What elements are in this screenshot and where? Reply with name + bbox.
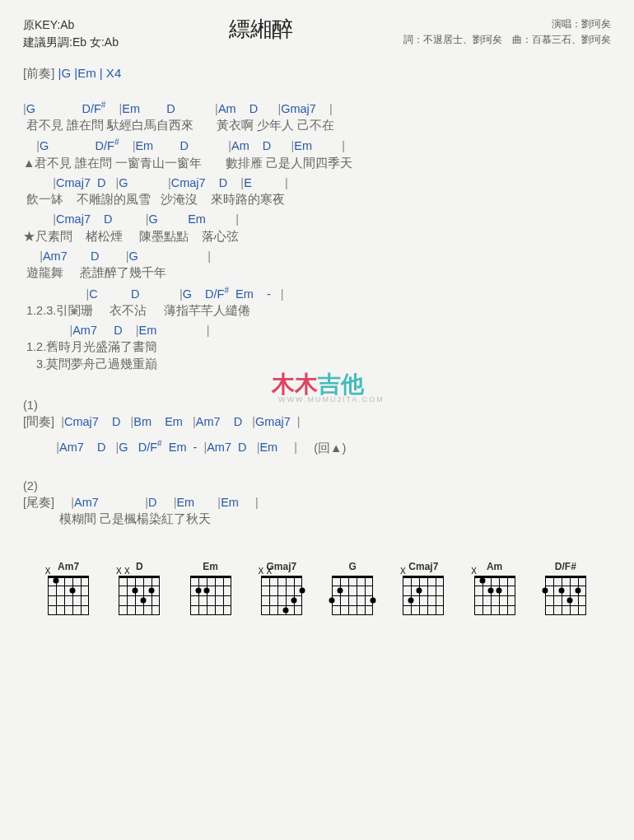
finger-dot: [566, 597, 572, 603]
finger-dot: [195, 587, 201, 593]
finger-dot: [558, 587, 564, 593]
section-1: (1) [間奏] |Cmaj7 D |Bm Em |Am7 D |Gmaj7 |…: [23, 397, 611, 456]
fretboard: [545, 576, 586, 615]
line: |Am7 D |G | 遊龍舞 惹誰醉了幾千年: [23, 248, 611, 282]
chord-diagram: AmX: [465, 561, 524, 615]
finger-dot: [141, 597, 147, 603]
finger-dot: [54, 577, 59, 583]
chord-diagram: D/F#: [536, 561, 595, 615]
original-key: 原KEY:Ab: [23, 16, 119, 34]
chord-diagram: DXX: [110, 561, 169, 615]
song-title: 縹緗醉: [229, 15, 293, 44]
interlude-line-1: [間奏] |Cmaj7 D |Bm Em |Am7 D |Gmaj7 |: [23, 413, 611, 430]
diagram-title: D/F#: [536, 561, 595, 572]
chord-row: |C D |G D/F# Em - |: [23, 285, 611, 302]
chord-row: |Am7 D |Em |: [23, 322, 611, 338]
lyric-row: 君不見 誰在問 馱經白馬自西來 黃衣啊 少年人 己不在: [23, 117, 611, 133]
outro-chords: [尾奏] |Am7 |D |Em |Em |: [23, 494, 611, 511]
fretboard: XX: [119, 576, 160, 615]
line: |Cmaj7 D |G Em |★尺素問 楮松煙 陳墨點點 落心弦: [23, 211, 611, 245]
mute-mark: X: [400, 567, 406, 576]
chord-diagram: Gmaj7XX: [252, 561, 311, 615]
body-lines: |G D/F# |Em D |Am D |Gmaj7 | 君不見 誰在問 馱經白…: [23, 100, 611, 372]
credits: 演唱：劉珂矣 詞：不退居士、劉珂矣 曲：百慕三石、劉珂矣: [403, 16, 611, 48]
fretboard: X: [48, 576, 89, 615]
finger-dot: [70, 587, 76, 593]
fretboard: [332, 576, 373, 615]
fretboard: XX: [261, 576, 302, 615]
mute-mark: X: [124, 567, 130, 576]
mute-mark: X: [259, 567, 264, 576]
mute-mark: X: [45, 567, 51, 576]
finger-dot: [282, 607, 288, 613]
section-2-num: (2): [23, 478, 611, 494]
chord-row: |G D/F# |Em D |Am D |Gmaj7 |: [23, 100, 611, 117]
finger-dot: [575, 587, 580, 593]
key-info: 原KEY:Ab 建議男調:Eb 女:Ab: [23, 16, 119, 51]
finger-dot: [487, 587, 493, 593]
lyric-row: ★尺素問 楮松煙 陳墨點點 落心弦: [23, 228, 611, 245]
interlude-line-2: |Am7 D |G D/F# Em - |Am7 D |Em | (回▲): [23, 439, 611, 456]
singer: 劉珂矣: [581, 18, 611, 30]
watermark-url: WWW.MUMUJITA.COM: [278, 395, 385, 404]
line: |Am7 D |Em | 1.2.舊時月光盛滿了書簡 3.莫問夢舟己過幾重巔: [23, 322, 611, 372]
finger-dot: [299, 587, 305, 593]
line: |Cmaj7 D |G |Cmaj7 D |E | 飲一缽 不雕謝的風雪 沙淹沒…: [23, 175, 611, 208]
chord-diagrams: Am7XDXXEmGmaj7XXGCmaj7XAmXD/F#: [23, 554, 611, 623]
finger-dot: [291, 597, 296, 603]
chord-row: |Am7 D |G |: [23, 248, 611, 264]
section-2: (2) [尾奏] |Am7 |D |Em |Em | 模糊間 己是楓楊染紅了秋天: [23, 478, 611, 528]
chord-diagram: Em: [181, 561, 240, 615]
chord-diagram: Am7X: [39, 561, 98, 615]
chord-row: |Cmaj7 D |G |Cmaj7 D |E |: [23, 175, 611, 191]
diagram-title: G: [323, 561, 382, 572]
line: |G D/F# |Em D |Am D |Gmaj7 | 君不見 誰在問 馱經白…: [23, 100, 611, 133]
lyricist-composer: 詞：不退居士、劉珂矣 曲：百慕三石、劉珂矣: [403, 32, 611, 48]
chord-sheet: 原KEY:Ab 建議男調:Eb 女:Ab 縹緗醉 演唱：劉珂矣 詞：不退居士、劉…: [0, 0, 634, 640]
mute-mark: X: [116, 567, 122, 576]
lyric-row-alt: 3.莫問夢舟己過幾重巔: [23, 356, 611, 372]
finger-dot: [149, 587, 155, 593]
fretboard: [190, 576, 231, 615]
finger-dot: [329, 597, 335, 603]
chord-diagram: G: [323, 561, 382, 615]
mute-mark: X: [267, 567, 273, 576]
outro-lyrics: 模糊間 己是楓楊染紅了秋天: [23, 511, 611, 527]
lyric-row: 1.2.3.引闌珊 衣不沾 薄指芊芊人繾倦: [23, 302, 611, 319]
suggested-key: 建議男調:Eb 女:Ab: [23, 34, 119, 51]
finger-dot: [338, 587, 343, 593]
lyric-row: 1.2.舊時月光盛滿了書簡: [23, 338, 611, 355]
intro-label: [前奏]: [23, 66, 54, 80]
finger-dot: [371, 597, 376, 603]
singer-prefix: 演唱：: [552, 18, 581, 30]
lyric-row: 飲一缽 不雕謝的風雪 沙淹沒 來時路的寒夜: [23, 191, 611, 208]
fretboard: X: [403, 576, 444, 615]
chord-diagram: Cmaj7X: [394, 561, 453, 615]
lyric-row: ▲君不見 誰在問 一窗青山一窗年 數排雁 己是人間四季天: [23, 155, 611, 171]
finger-dot: [542, 587, 548, 593]
line: |C D |G D/F# Em - | 1.2.3.引闌珊 衣不沾 薄指芊芊人繾…: [23, 285, 611, 319]
finger-dot: [408, 597, 414, 603]
intro-chords: |G |Em | X4: [54, 66, 121, 80]
mute-mark: X: [471, 567, 477, 576]
line: |G D/F# |Em D |Am D |Em |▲君不見 誰在問 一窗青山一窗…: [23, 137, 611, 170]
finger-dot: [203, 587, 209, 593]
chord-row: |G D/F# |Em D |Am D |Em |: [23, 137, 611, 154]
diagram-title: Em: [181, 561, 240, 572]
finger-dot: [496, 587, 501, 593]
header: 原KEY:Ab 建議男調:Eb 女:Ab 縹緗醉 演唱：劉珂矣 詞：不退居士、劉…: [23, 16, 611, 51]
chord-row: |Cmaj7 D |G Em |: [23, 211, 611, 227]
finger-dot: [479, 577, 485, 583]
finger-dot: [133, 587, 138, 593]
lyric-row: 遊龍舞 惹誰醉了幾千年: [23, 264, 611, 281]
finger-dot: [417, 587, 422, 593]
intro-line: [前奏] |G |Em | X4: [23, 66, 611, 82]
fretboard: X: [474, 576, 515, 615]
